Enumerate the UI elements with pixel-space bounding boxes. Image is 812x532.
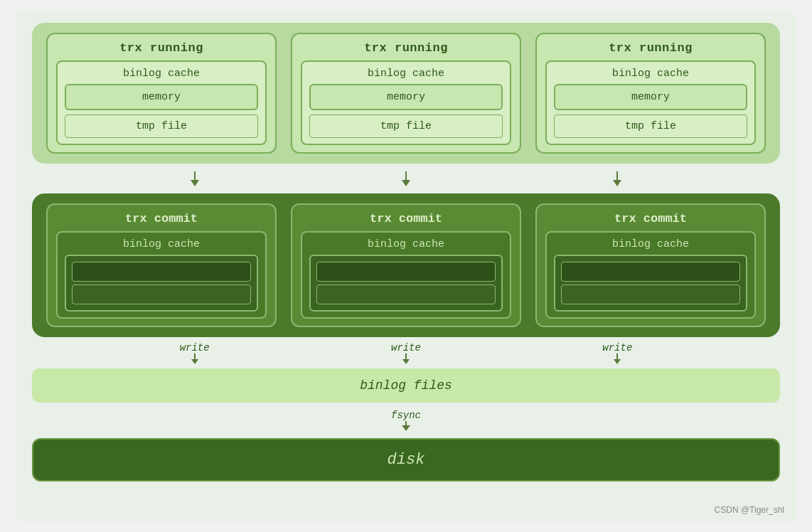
- binlog-cache-commit-label-1: binlog cache: [65, 238, 258, 250]
- binlog-cache-outer-1: binlog cache memory tmp file: [56, 60, 267, 145]
- disk-label: disk: [388, 451, 425, 469]
- top-row: trx running binlog cache memory tmp file…: [32, 23, 780, 164]
- binlog-cache-label-1: binlog cache: [65, 68, 258, 80]
- commit-inner-box-1: [65, 255, 258, 312]
- fsync-label: fsync: [391, 410, 421, 421]
- trx-commit-title-1: trx commit: [56, 212, 267, 225]
- write-text-1: write: [180, 342, 210, 353]
- commit-inner-box-3: [554, 255, 747, 312]
- trx-commit-title-2: trx commit: [301, 212, 511, 225]
- commit-inner-row1-2: [316, 262, 496, 282]
- watermark: CSDN @Tiger_shl: [715, 505, 784, 515]
- main-canvas: trx running binlog cache memory tmp file…: [15, 10, 797, 522]
- binlog-cache-commit-outer-3: binlog cache: [545, 231, 756, 319]
- trx-running-box-2: trx running binlog cache memory tmp file: [291, 33, 521, 154]
- arrow-down-3: [613, 171, 621, 186]
- trx-commit-box-3: trx commit binlog cache: [535, 203, 766, 327]
- fsync-row: fsync: [32, 410, 780, 431]
- write-labels-row: write write write: [32, 344, 780, 361]
- top-arrows-row: [32, 171, 780, 186]
- trx-commit-box-1: trx commit binlog cache: [46, 203, 277, 327]
- commit-inner-row2-3: [561, 284, 740, 304]
- write-text-3: write: [602, 342, 632, 353]
- commit-inner-row1-3: [561, 262, 740, 282]
- binlog-files-row: binlog files: [32, 368, 780, 403]
- arrow-down-1: [191, 171, 199, 186]
- commit-inner-box-2: [309, 255, 503, 312]
- tmp-file-box-3: tmp file: [554, 115, 747, 138]
- write-label-3: write: [602, 342, 632, 364]
- binlog-cache-commit-outer-2: binlog cache: [301, 231, 511, 319]
- commit-inner-row2-2: [316, 284, 496, 304]
- trx-running-title-1: trx running: [56, 41, 267, 55]
- commit-inner-row1-1: [72, 262, 251, 282]
- memory-box-3: memory: [554, 84, 747, 110]
- binlog-cache-commit-label-3: binlog cache: [554, 238, 747, 250]
- write-label-2: write: [391, 342, 421, 364]
- binlog-cache-label-2: binlog cache: [309, 68, 503, 80]
- memory-box-2: memory: [309, 84, 503, 110]
- trx-running-box-1: trx running binlog cache memory tmp file: [46, 33, 277, 154]
- trx-running-title-2: trx running: [301, 41, 511, 55]
- disk-row: disk: [32, 438, 780, 482]
- trx-running-title-3: trx running: [545, 41, 756, 55]
- binlog-cache-outer-2: binlog cache memory tmp file: [301, 60, 511, 145]
- binlog-files-label: binlog files: [360, 378, 452, 393]
- trx-commit-title-3: trx commit: [545, 212, 756, 225]
- middle-row: trx commit binlog cache trx commit binlo…: [32, 193, 780, 337]
- arrow-down-2: [402, 171, 410, 186]
- binlog-cache-label-3: binlog cache: [554, 68, 747, 80]
- binlog-cache-commit-label-2: binlog cache: [309, 238, 503, 250]
- memory-box-1: memory: [65, 84, 258, 110]
- write-text-2: write: [391, 342, 421, 353]
- binlog-cache-outer-3: binlog cache memory tmp file: [545, 60, 756, 145]
- write-label-1: write: [180, 342, 210, 364]
- binlog-cache-commit-outer-1: binlog cache: [56, 231, 267, 319]
- trx-commit-box-2: trx commit binlog cache: [291, 203, 521, 327]
- tmp-file-box-2: tmp file: [309, 115, 503, 138]
- trx-running-box-3: trx running binlog cache memory tmp file: [535, 33, 766, 154]
- tmp-file-box-1: tmp file: [65, 115, 258, 138]
- commit-inner-row2-1: [72, 284, 251, 304]
